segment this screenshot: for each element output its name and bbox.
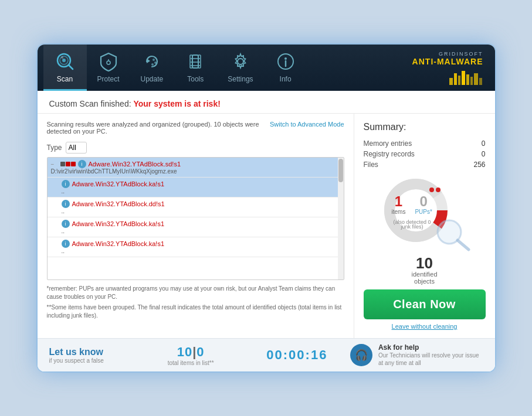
nav-label-protect: Protect (97, 75, 120, 83)
file-path: .. (62, 248, 340, 254)
footnote-1: *remember: PUPs are unwanted programs yo… (47, 285, 344, 301)
summary-stats: Memory entries 0 Registry records 0 File… (364, 138, 486, 170)
scrollbar-track (338, 158, 344, 279)
svg-line-3 (69, 65, 73, 69)
memory-label: Memory entries (364, 139, 412, 148)
let-us-know-text[interactable]: Let us know (49, 347, 138, 357)
footer-support: 🎧 Ask for help Our Technicians will reso… (350, 343, 483, 367)
nav-item-scan[interactable]: Scan (43, 45, 87, 91)
svg-rect-28 (479, 78, 482, 85)
total-items-label: total items in list** (168, 360, 214, 366)
nav-item-info[interactable]: Info (264, 45, 307, 91)
nav-label-tools: Tools (187, 75, 204, 83)
pups-count: 0 (419, 195, 427, 209)
support-icon[interactable]: 🎧 (350, 344, 372, 366)
total-count: 10 (177, 345, 192, 359)
company-name: GRIDINSOFT (439, 51, 483, 57)
footnote-2: **Some items have been grouped. The fina… (47, 304, 344, 320)
support-text: Ask for help Our Technicians will resolv… (378, 343, 483, 367)
scan-header-risk: Your system is at risk! (133, 99, 220, 108)
settings-icon (229, 50, 252, 73)
scan-header-prefix: Custom Scan finished: (49, 99, 134, 108)
svg-line-33 (458, 240, 469, 250)
registry-value: 0 (482, 150, 486, 158)
result-item[interactable]: i Adware.Win32.YTAdBlock.dd!s1 .. (48, 197, 344, 217)
scan-timer: 00:00:16 (266, 347, 327, 363)
scan-icon (54, 50, 76, 73)
update-icon (141, 50, 163, 73)
svg-marker-7 (147, 59, 150, 63)
product-name: ANTI-MALWARE (412, 57, 483, 66)
pups-stat: 0 PUPs* (415, 195, 432, 215)
clean-now-button[interactable]: Clean Now (364, 289, 486, 319)
files-label: Files (364, 161, 378, 169)
file-path: .. (62, 208, 340, 214)
app-window: Scan Protect (38, 45, 495, 371)
city-skyline-icon (448, 67, 483, 85)
nav-item-settings[interactable]: Settings (217, 45, 263, 91)
content-area: Custom Scan finished: Your system is at … (38, 91, 495, 371)
threat-name: Adware.Win32.YTAdBlock.ka!s1 (72, 220, 165, 227)
file-path: .. (62, 228, 340, 234)
results-list[interactable]: − i Adware.Win32.YTAdBlock.sd!s1 D:\vir2… (47, 157, 344, 280)
threat-severity-bar (60, 162, 76, 166)
pups-label: PUPs* (415, 209, 432, 215)
svg-point-9 (154, 62, 157, 64)
footer-false-positive: Let us know if you suspect a false (49, 347, 138, 364)
info-button[interactable]: i (62, 180, 70, 188)
info-button[interactable]: i (62, 200, 70, 208)
filter-type-select[interactable]: All (66, 142, 87, 154)
nav-label-settings: Settings (228, 75, 253, 83)
nav-item-tools[interactable]: Tools (174, 45, 217, 91)
info-button[interactable]: i (62, 220, 70, 228)
magnifier-handle-icon (436, 219, 472, 251)
result-item[interactable]: − i Adware.Win32.YTAdBlock.sd!s1 D:\vir2… (48, 158, 344, 178)
svg-point-5 (107, 61, 110, 64)
scan-header: Custom Scan finished: Your system is at … (38, 91, 495, 114)
identified-label: identified (411, 271, 437, 278)
summary-title: Summary: (364, 122, 406, 132)
svg-rect-24 (462, 71, 465, 85)
info-icon (275, 50, 297, 73)
registry-label: Registry records (364, 150, 415, 158)
svg-point-2 (62, 59, 66, 62)
files-value: 256 (473, 161, 485, 169)
headset-icon: 🎧 (355, 349, 368, 362)
support-title: Ask for help (378, 343, 483, 352)
svg-point-4 (61, 56, 63, 59)
result-item[interactable]: i Adware.Win32.YTAdBlock.ka!s1 .. (48, 237, 344, 257)
svg-rect-27 (474, 73, 478, 85)
svg-rect-21 (449, 78, 453, 85)
nav-item-protect[interactable]: Protect (87, 45, 130, 91)
file-path: .. (62, 188, 340, 195)
svg-point-10 (151, 63, 154, 66)
info-button[interactable]: i (62, 240, 70, 248)
filter-bar: Type All (47, 142, 344, 154)
threat-name: Adware.Win32.YTAdBlock.dd!s1 (72, 200, 165, 207)
scrollbar-thumb[interactable] (338, 159, 343, 182)
nav-items: Scan Protect (43, 45, 307, 91)
identified-label2: objects (411, 278, 437, 285)
threat-name: Adware.Win32.YTAdBlock.ka!s1 (72, 180, 165, 187)
info-button[interactable]: i (78, 160, 86, 168)
nav-item-update[interactable]: Update (130, 45, 174, 91)
footer-bar: Let us know if you suspect a false 10|0 … (38, 338, 495, 371)
footnotes: *remember: PUPs are unwanted programs yo… (47, 285, 344, 320)
leave-without-cleaning-link[interactable]: Leave without cleaning (392, 323, 458, 330)
filter-type-label: Type (47, 144, 62, 152)
zero-count: 0 (196, 345, 204, 359)
switch-advanced-link[interactable]: Switch to Advanced Mode (270, 121, 344, 128)
nav-label-scan: Scan (57, 75, 73, 83)
identified-row: 10 identified objects (411, 255, 437, 285)
svg-rect-22 (454, 73, 457, 85)
registry-stat-row: Registry records 0 (364, 149, 486, 159)
nav-label-update: Update (141, 75, 164, 83)
svg-rect-26 (470, 77, 473, 85)
right-panel: Summary: Memory entries 0 Registry recor… (354, 114, 495, 338)
result-item[interactable]: i Adware.Win32.YTAdBlock.ka!s1 .. (48, 217, 344, 237)
app-logo: GRIDINSOFT ANTI-MALWARE (403, 45, 489, 91)
support-sub: Our Technicians will resolve your issue … (378, 352, 483, 367)
scan-info-text: Scanning results were analyzed and organ… (47, 121, 270, 135)
result-item[interactable]: i Adware.Win32.YTAdBlock.ka!s1 .. (48, 178, 344, 197)
file-path: D:\vir2\vir\win\bdChTTLMyIUn\WKkqXjogmz.… (51, 168, 340, 175)
